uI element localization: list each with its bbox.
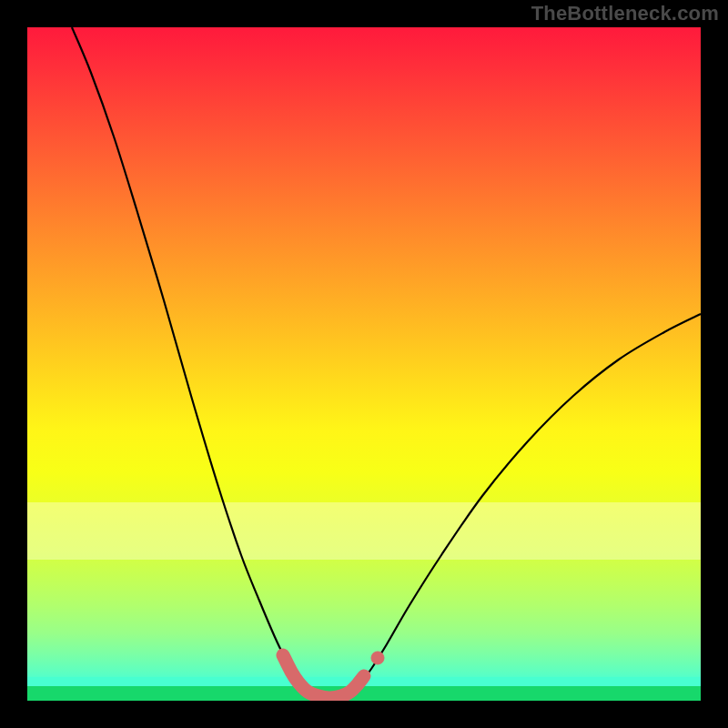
bottleneck-curve bbox=[72, 27, 701, 699]
curve-svg bbox=[27, 27, 701, 701]
highlight-region bbox=[283, 655, 364, 698]
chart-frame: TheBottleneck.com bbox=[0, 0, 728, 728]
plot-area bbox=[27, 27, 701, 701]
highlight-dot bbox=[371, 652, 384, 664]
watermark-text: TheBottleneck.com bbox=[531, 2, 719, 25]
